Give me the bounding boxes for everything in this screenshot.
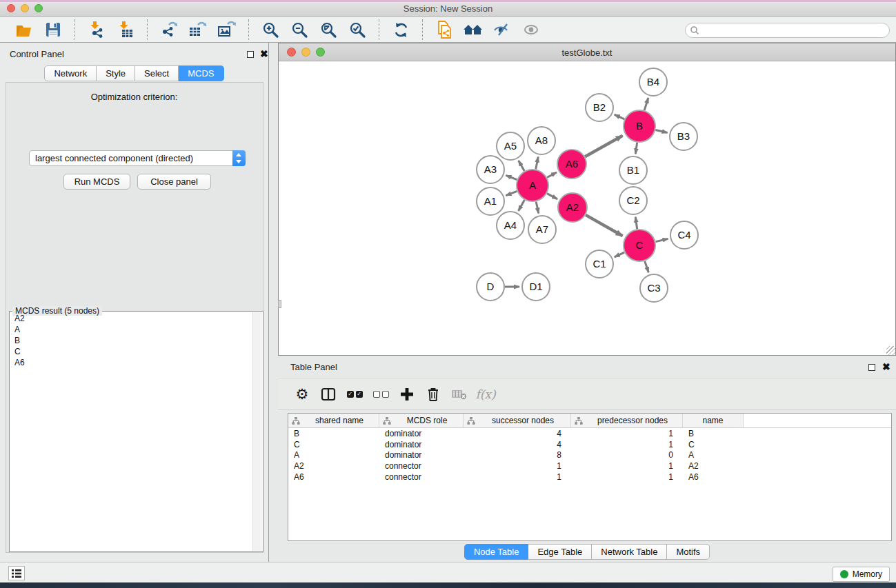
table-cell-shared-name[interactable]: A [288,450,379,460]
memory-button[interactable]: Memory [833,567,890,582]
edge-A-A5[interactable] [519,161,525,171]
edge-A-A7[interactable] [536,201,539,213]
select-all-columns-icon[interactable]: ✓✓ [341,382,368,407]
optimization-select[interactable]: largest connected component (directed) [29,150,246,166]
column-header-shared-name[interactable]: shared name [288,414,379,427]
delete-table-icon[interactable] [446,382,472,407]
edge-A-A2[interactable] [547,194,557,199]
control-panel-float-icon[interactable] [247,51,254,58]
run-mcds-button[interactable]: Run MCDS [63,174,130,190]
home-icon[interactable] [459,19,488,41]
edge-C-C1[interactable] [615,252,624,257]
zoom-fit-icon[interactable] [314,19,343,41]
tab-select[interactable]: Select [135,65,179,81]
mcds-result-item[interactable]: A6 [10,357,252,368]
table-tab-node-table[interactable]: Node Table [464,544,529,560]
mcds-result-item[interactable]: B [10,335,252,346]
zoom-in-icon[interactable] [256,19,285,41]
table-cell-mcds-role[interactable]: dominator [379,440,464,449]
table-tab-edge-table[interactable]: Edge Table [528,544,592,560]
column-header-mcds-role[interactable]: MCDS role [379,414,464,427]
table-cell-predecessor-nodes[interactable]: 1 [571,429,683,438]
table-panel-close-icon[interactable]: ✖ [882,363,890,370]
export-network-icon[interactable] [155,19,183,41]
table-cell-name[interactable]: A6 [683,472,744,482]
mcds-result-item[interactable]: C [10,346,252,357]
network-window-titlebar[interactable]: testGlobe.txt [279,43,895,61]
function-builder-icon[interactable]: f(x) [472,382,499,407]
table-cell-name[interactable]: B [683,429,744,438]
table-cell-shared-name[interactable]: A6 [288,472,379,482]
table-cell-predecessor-nodes[interactable]: 1 [571,472,683,482]
edge-B-B1[interactable] [635,143,637,154]
search-field[interactable] [685,23,890,38]
table-cell-shared-name[interactable]: B [288,429,379,438]
search-input[interactable] [699,24,889,37]
table-cell-name[interactable]: A2 [683,461,744,471]
table-cell-predecessor-nodes[interactable]: 1 [571,440,683,449]
table-cell-successor-nodes[interactable]: 1 [464,472,571,482]
edge-A-A6[interactable] [547,172,557,178]
open-folder-icon[interactable] [10,19,39,41]
clone-network-icon[interactable] [430,19,459,41]
table-cell-mcds-role[interactable]: dominator [379,450,464,460]
import-table-icon[interactable] [111,19,140,41]
add-column-icon[interactable] [394,382,420,407]
mcds-result-item[interactable]: A2 [10,313,252,324]
save-icon[interactable] [39,19,68,41]
column-header-successor-nodes[interactable]: successor nodes [464,414,571,427]
import-network-icon[interactable] [82,19,111,41]
edge-C-C3[interactable] [645,261,649,273]
table-cell-name[interactable]: C [683,440,744,449]
export-table-icon[interactable] [183,19,212,41]
zoom-out-icon[interactable] [285,19,314,41]
unselect-all-columns-icon[interactable] [368,382,394,407]
table-cell-name[interactable]: A [683,450,744,460]
close-panel-button[interactable]: Close panel [137,174,211,190]
table-cell-shared-name[interactable]: C [288,440,379,449]
task-history-button[interactable] [8,566,25,580]
export-image-icon[interactable] [212,19,241,41]
table-cell-successor-nodes[interactable]: 4 [464,440,571,449]
edge-C-C2[interactable] [635,217,637,229]
edge-B-B2[interactable] [615,114,624,119]
table-cell-successor-nodes[interactable]: 1 [464,461,571,471]
frame-resize-corner-icon[interactable] [886,346,895,355]
column-header-predecessor-nodes[interactable]: predecessor nodes [571,414,683,427]
network-canvas[interactable]: B4B2BB3A5A8A6B1A3AC2A1A2A4A7C4CC1C3DD1 [279,61,895,355]
zoom-selected-icon[interactable] [343,19,372,41]
control-panel-close-icon[interactable]: ✖ [260,50,268,57]
mcds-result-scrollbar[interactable] [252,312,262,551]
frame-resize-grip[interactable] [278,300,281,308]
table-cell-mcds-role[interactable]: connector [379,461,464,471]
edge-A-A3[interactable] [506,175,517,179]
table-cell-successor-nodes[interactable]: 4 [464,429,571,438]
split-columns-icon[interactable] [315,382,341,407]
table-cell-predecessor-nodes[interactable]: 1 [571,461,683,471]
gear-icon[interactable]: ⚙ [289,382,315,407]
table-tab-motifs[interactable]: Motifs [667,544,710,560]
table-cell-predecessor-nodes[interactable]: 0 [571,450,683,460]
edge-A-A4[interactable] [519,200,525,211]
edge-A6-B[interactable] [585,136,622,157]
table-tab-network-table[interactable]: Network Table [592,544,667,560]
mcds-result-item[interactable]: A [10,324,252,335]
table-cell-successor-nodes[interactable]: 8 [464,450,571,460]
edge-A-A8[interactable] [536,157,539,170]
tab-network[interactable]: Network [44,65,97,81]
edge-A2-C[interactable] [586,215,623,236]
edge-B-B4[interactable] [644,98,648,110]
edge-A-A1[interactable] [506,191,517,195]
table-cell-mcds-role[interactable]: connector [379,472,464,482]
tab-style[interactable]: Style [97,65,135,81]
refresh-icon[interactable] [386,19,415,41]
edge-B-B3[interactable] [655,130,667,132]
delete-column-icon[interactable] [420,382,446,407]
table-panel-float-icon[interactable] [868,364,875,371]
table-cell-mcds-role[interactable]: dominator [379,429,464,438]
column-header-name[interactable]: name [683,414,744,427]
show-eye-icon[interactable] [517,19,546,41]
edge-C-C4[interactable] [655,239,668,241]
tab-mcds[interactable]: MCDS [179,65,223,81]
hide-eye-icon[interactable] [488,19,517,41]
